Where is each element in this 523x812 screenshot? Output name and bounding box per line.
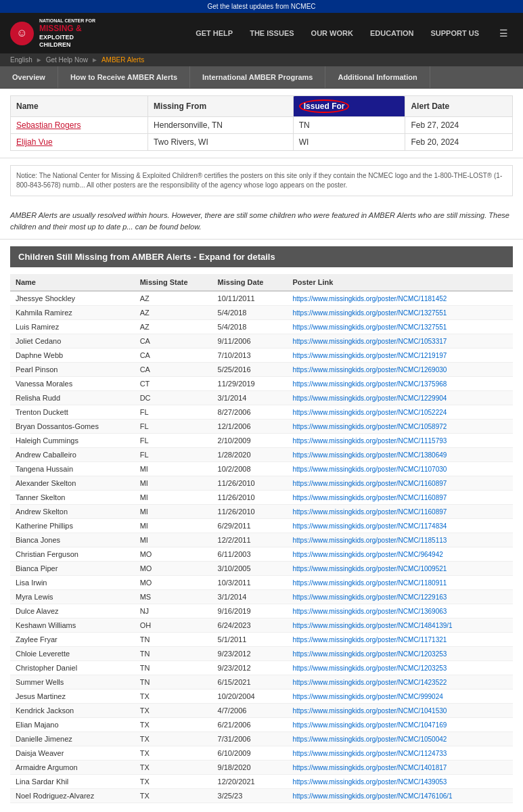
child-name: Tangena Hussain	[10, 462, 135, 476]
main-nav: GET HELP THE ISSUES OUR WORK EDUCATION S…	[196, 29, 479, 37]
child-state: FL	[135, 420, 212, 434]
child-state: MS	[135, 590, 212, 604]
col-name: Name	[11, 96, 148, 117]
child-link[interactable]: https://www.missingkids.org/poster/NCMC/…	[287, 334, 513, 348]
child-link[interactable]: https://www.missingkids.org/poster/NCMC/…	[287, 618, 513, 633]
breadcrumb-get-help[interactable]: Get Help Now	[46, 56, 88, 64]
child-date: 9/18/2020	[212, 761, 288, 775]
child-link[interactable]: https://www.missingkids.org/poster/NCMC/…	[287, 291, 513, 306]
child-date: 5/4/2018	[212, 320, 288, 334]
child-name: Elian Majano	[10, 718, 135, 732]
list-item: Danielle Jimenez TX 7/31/2006 https://ww…	[10, 732, 513, 746]
child-date: 11/26/2010	[212, 505, 288, 519]
list-item: Elian Majano TX 6/21/2006 https://www.mi…	[10, 718, 513, 732]
child-date: 9/23/2012	[212, 647, 288, 661]
children-table: Name Missing State Missing Date Poster L…	[10, 274, 513, 803]
child-date: 5/25/2016	[212, 363, 288, 377]
nav-support-us[interactable]: SUPPORT US	[430, 29, 479, 37]
list-item: Tanner Skelton MI 11/26/2010 https://www…	[10, 491, 513, 505]
child-link[interactable]: https://www.missingkids.org/poster/NCMC/…	[287, 746, 513, 761]
nav-how-to-receive[interactable]: How to Receive AMBER Alerts	[58, 66, 190, 88]
child-link[interactable]: https://www.missingkids.org/poster/NCMC/…	[287, 562, 513, 576]
child-date: 10/20/2004	[212, 690, 288, 704]
breadcrumb-english[interactable]: English	[10, 56, 32, 64]
child-link[interactable]: https://www.missingkids.org/poster/NCMC/…	[287, 462, 513, 476]
menu-icon[interactable]: ☰	[499, 28, 513, 39]
child-date: 3/1/2014	[212, 590, 288, 604]
child-link[interactable]: https://www.missingkids.org/poster/NCMC/…	[287, 434, 513, 448]
child-link[interactable]: https://www.missingkids.org/poster/NCMC/…	[287, 519, 513, 533]
child-name: Armaidre Argumon	[10, 761, 135, 775]
list-item: Trenton Duckett FL 8/27/2006 https://www…	[10, 405, 513, 420]
child-state: CA	[135, 334, 212, 348]
child-link[interactable]: https://www.missingkids.org/poster/NCMC/…	[287, 675, 513, 690]
child-link[interactable]: https://www.missingkids.org/poster/NCMC/…	[287, 348, 513, 363]
child-date: 12/1/2006	[212, 420, 288, 434]
child-link[interactable]: https://www.missingkids.org/poster/NCMC/…	[287, 775, 513, 789]
alert-missing-from: Hendersonville, TN	[148, 117, 294, 134]
child-link[interactable]: https://www.missingkids.org/poster/NCMC/…	[287, 420, 513, 434]
list-item: Joliet Cedano CA 9/11/2006 https://www.m…	[10, 334, 513, 348]
child-link[interactable]: https://www.missingkids.org/poster/NCMC/…	[287, 448, 513, 462]
child-link[interactable]: https://www.missingkids.org/poster/NCMC/…	[287, 647, 513, 661]
child-link[interactable]: https://www.missingkids.org/poster/NCMC/…	[287, 704, 513, 718]
child-link[interactable]: https://www.missingkids.org/poster/NCMC/…	[287, 633, 513, 647]
list-item: Andrew Skelton MI 11/26/2010 https://www…	[10, 505, 513, 519]
child-name: Kendrick Jackson	[10, 704, 135, 718]
child-state: TN	[135, 633, 212, 647]
nav-education[interactable]: EDUCATION	[370, 29, 414, 37]
child-state: AZ	[135, 291, 212, 306]
nav-additional-info[interactable]: Additional Information	[325, 66, 430, 88]
nav-international[interactable]: International AMBER Programs	[190, 66, 325, 88]
child-link[interactable]: https://www.missingkids.org/poster/NCMC/…	[287, 505, 513, 519]
child-name: Daphne Webb	[10, 348, 135, 363]
alert-issued-for: TN	[293, 117, 405, 134]
child-date: 10/11/2011	[212, 291, 288, 306]
alert-date: Feb 20, 2024	[405, 134, 513, 151]
description-content: AMBER Alerts are usually resolved within…	[10, 211, 509, 231]
child-link[interactable]: https://www.missingkids.org/poster/NCMC/…	[287, 718, 513, 732]
alert-name[interactable]: Elijah Vue	[11, 134, 148, 151]
child-link[interactable]: https://www.missingkids.org/poster/NCMC/…	[287, 732, 513, 746]
nav-the-issues[interactable]: THE ISSUES	[250, 29, 294, 37]
list-item: Kendrick Jackson TX 4/7/2006 https://www…	[10, 704, 513, 718]
nav-our-work[interactable]: OUR WORK	[311, 29, 353, 37]
child-link[interactable]: https://www.missingkids.org/poster/NCMC/…	[287, 363, 513, 377]
child-link[interactable]: https://www.missingkids.org/poster/NCMC/…	[287, 576, 513, 590]
child-link[interactable]: https://www.missingkids.org/poster/NCMC/…	[287, 533, 513, 547]
child-link[interactable]: https://www.missingkids.org/poster/NCMC/…	[287, 405, 513, 420]
child-link[interactable]: https://www.missingkids.org/poster/NCMC/…	[287, 491, 513, 505]
child-date: 11/29/2019	[212, 377, 288, 391]
child-date: 6/29/2011	[212, 519, 288, 533]
child-date: 11/26/2010	[212, 491, 288, 505]
logo-line3: EXPLOITED	[39, 34, 95, 41]
logo-line4: CHILDREN	[39, 41, 95, 49]
child-link[interactable]: https://www.missingkids.org/poster/NCMC/…	[287, 604, 513, 618]
alert-name[interactable]: Sebastian Rogers	[11, 117, 148, 134]
child-date: 10/3/2011	[212, 576, 288, 590]
child-link[interactable]: https://www.missingkids.org/poster/NCMC/…	[287, 789, 513, 803]
nav-get-help[interactable]: GET HELP	[196, 29, 233, 37]
child-name: Trenton Duckett	[10, 405, 135, 420]
breadcrumb-current: AMBER Alerts	[101, 56, 144, 64]
child-name: Bianca Piper	[10, 562, 135, 576]
nav-overview[interactable]: Overview	[0, 66, 58, 88]
child-link[interactable]: https://www.missingkids.org/poster/NCMC/…	[287, 547, 513, 562]
child-link[interactable]: https://www.missingkids.org/poster/NCMC/…	[287, 306, 513, 320]
child-link[interactable]: https://www.missingkids.org/poster/NCMC/…	[287, 476, 513, 491]
child-name: Keshawn Williams	[10, 618, 135, 633]
list-item: Summer Wells TN 6/15/2021 https://www.mi…	[10, 675, 513, 690]
child-link[interactable]: https://www.missingkids.org/poster/NCMC/…	[287, 377, 513, 391]
child-link[interactable]: https://www.missingkids.org/poster/NCMC/…	[287, 761, 513, 775]
child-name: Joliet Cedano	[10, 334, 135, 348]
child-link[interactable]: https://www.missingkids.org/poster/NCMC/…	[287, 661, 513, 675]
child-link[interactable]: https://www.missingkids.org/poster/NCMC/…	[287, 391, 513, 405]
logo-area: ☺ NATIONAL CENTER FOR MISSING & EXPLOITE…	[10, 18, 95, 48]
child-date: 3/25/23	[212, 789, 288, 803]
child-state: TN	[135, 661, 212, 675]
child-link[interactable]: https://www.missingkids.org/poster/NCMC/…	[287, 690, 513, 704]
child-link[interactable]: https://www.missingkids.org/poster/NCMC/…	[287, 590, 513, 604]
child-name: Jhessye Shockley	[10, 291, 135, 306]
child-name: Danielle Jimenez	[10, 732, 135, 746]
child-link[interactable]: https://www.missingkids.org/poster/NCMC/…	[287, 320, 513, 334]
